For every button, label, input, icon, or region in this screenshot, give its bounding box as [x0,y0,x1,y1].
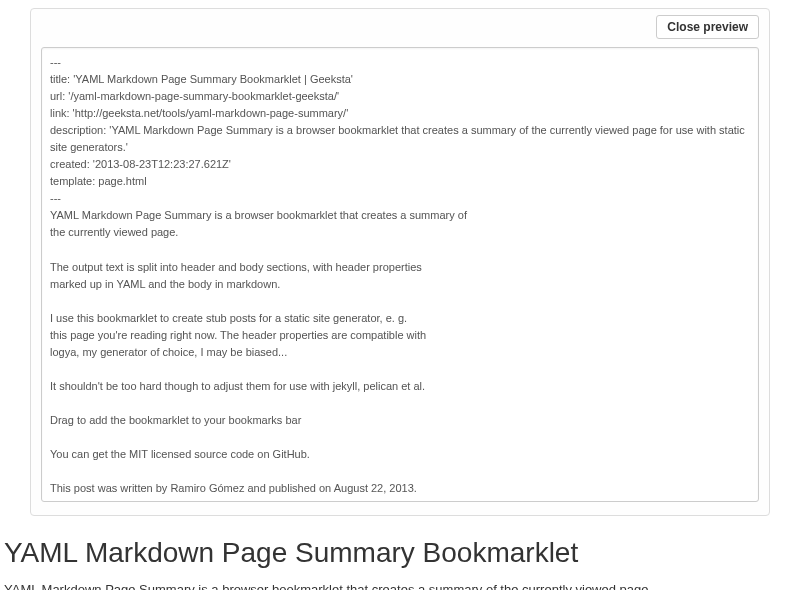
article-content: YAML Markdown Page Summary Bookmarklet Y… [0,536,800,590]
article-paragraph: YAML Markdown Page Summary is a browser … [4,580,796,590]
close-preview-button[interactable]: Close preview [656,15,759,39]
preview-textarea[interactable] [41,47,759,502]
page-title: YAML Markdown Page Summary Bookmarklet [4,536,796,570]
preview-panel: Close preview [30,8,770,516]
